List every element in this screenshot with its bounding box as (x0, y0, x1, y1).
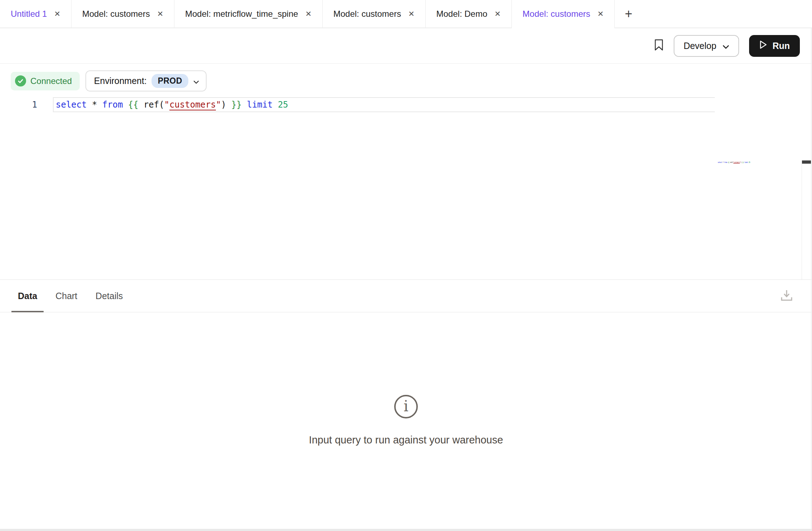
connection-status-badge: Connected (11, 72, 80, 90)
code-token: select (718, 161, 722, 163)
editor-tab[interactable]: Model: Demo✕ (426, 0, 512, 28)
code-token: limit (247, 100, 273, 110)
code-token: {{ (128, 100, 138, 110)
editor-tab[interactable]: Model: customers✕ (323, 0, 426, 28)
editor-tab[interactable]: Model: metricflow_time_spine✕ (174, 0, 323, 28)
code-token (273, 100, 278, 110)
results-tab-strip: DataChartDetails (11, 280, 129, 312)
code-token: * (87, 100, 102, 110)
results-panel: DataChartDetails i Input query to run ag… (0, 279, 812, 529)
code-token: ref( (138, 100, 164, 110)
code-token: " (216, 100, 221, 110)
results-tab-chart[interactable]: Chart (49, 280, 84, 312)
results-tab-details[interactable]: Details (89, 280, 129, 312)
close-icon[interactable]: ✕ (157, 10, 163, 18)
window-scrollbar-track (811, 28, 812, 529)
code-token: from (102, 100, 123, 110)
environment-label: Environment: (94, 76, 147, 86)
close-icon[interactable]: ✕ (408, 10, 415, 18)
editor-tab[interactable]: Model: customers✕ (512, 0, 615, 28)
close-icon[interactable]: ✕ (598, 10, 604, 18)
scrollbar-thumb[interactable] (802, 160, 811, 164)
environment-badge: PROD (152, 74, 188, 88)
tab-label: Model: Demo (436, 9, 487, 19)
run-button[interactable]: Run (749, 35, 800, 57)
code-token: ) (221, 100, 231, 110)
code-token: select (56, 100, 87, 110)
check-icon (15, 75, 26, 86)
info-icon: i (394, 395, 418, 418)
play-icon (759, 40, 767, 51)
download-icon (779, 288, 794, 304)
empty-state-message: Input query to run against your warehous… (309, 434, 503, 446)
develop-button[interactable]: Develop (674, 35, 739, 57)
tab-strip: Untitled 1✕Model: customers✕Model: metri… (0, 0, 615, 28)
close-icon[interactable]: ✕ (54, 10, 60, 18)
connection-status-label: Connected (30, 76, 72, 86)
tab-label: Model: customers (82, 9, 150, 19)
bookmark-button[interactable] (654, 39, 664, 53)
close-icon[interactable]: ✕ (305, 10, 312, 18)
results-tab-data[interactable]: Data (11, 280, 44, 312)
code-token: customers (169, 100, 216, 110)
code-token: limit (744, 161, 748, 163)
editor-tab[interactable]: Untitled 1✕ (0, 0, 71, 28)
code-token: }} (231, 100, 242, 110)
results-tab-bar: DataChartDetails (0, 280, 812, 312)
tab-bar: Untitled 1✕Model: customers✕Model: metri… (0, 0, 812, 28)
tab-label: Model: customers (523, 9, 590, 19)
ide-window: Untitled 1✕Model: customers✕Model: metri… (0, 0, 812, 531)
tab-label: Untitled 1 (11, 9, 47, 19)
code-token: 25 (749, 161, 750, 163)
environment-selector[interactable]: Environment: PROD (85, 70, 207, 91)
code-line[interactable]: select * from {{ ref("customers") }} lim… (53, 97, 715, 112)
tab-label: Model: customers (333, 9, 401, 19)
develop-button-label: Develop (684, 41, 717, 51)
plus-icon: + (625, 6, 632, 21)
code-token: 25 (278, 100, 288, 110)
code-editor[interactable]: 1 select * from {{ ref("customers") }} l… (0, 97, 812, 112)
code-token (242, 100, 247, 110)
toolbar: Develop Run (0, 28, 812, 64)
bottom-divider (0, 529, 812, 531)
code-token: from (724, 161, 727, 163)
tab-label: Model: metricflow_time_spine (185, 9, 298, 19)
editor-tab[interactable]: Model: customers✕ (71, 0, 174, 28)
code-token: " (164, 100, 169, 110)
close-icon[interactable]: ✕ (495, 10, 501, 18)
new-tab-button[interactable]: + (615, 0, 642, 28)
download-button[interactable] (779, 288, 794, 304)
code-token: ref( (729, 161, 733, 163)
connection-status-row: Connected Environment: PROD (0, 64, 812, 91)
code-token: customers (733, 161, 740, 164)
run-button-label: Run (772, 41, 790, 51)
editor-minimap[interactable]: select * from {{ ref("customers") }} lim… (718, 161, 750, 164)
bookmark-icon (654, 39, 664, 53)
chevron-down-icon (193, 76, 199, 86)
chevron-down-icon (723, 41, 729, 51)
code-token (123, 100, 128, 110)
results-empty-state: i Input query to run against your wareho… (0, 312, 812, 528)
line-number: 1 (0, 97, 37, 112)
sql-editor-panel: Connected Environment: PROD 1 select * f… (0, 64, 812, 279)
